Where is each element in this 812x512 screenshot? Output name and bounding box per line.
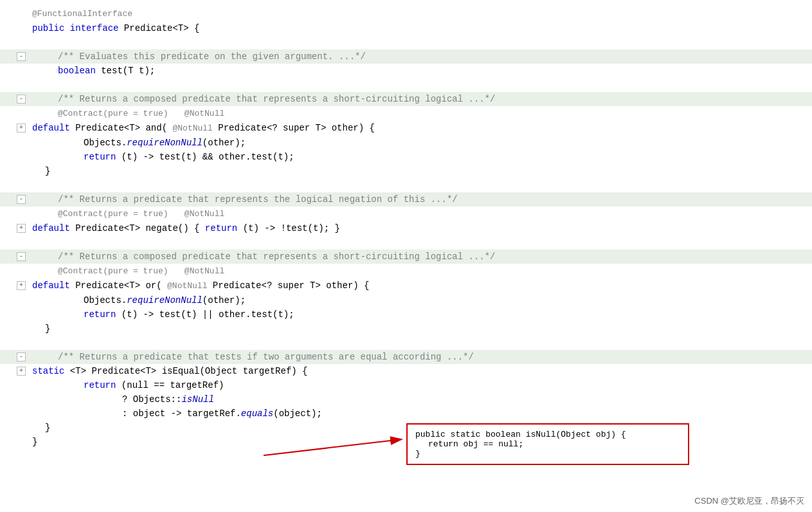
kw-return-22: return <box>84 309 116 320</box>
code-line-17 <box>0 235 812 250</box>
paren-21: (other); <box>203 295 246 306</box>
annotation-contract-15: @Contract(pure = true) <box>58 209 168 219</box>
kw-public: public <box>32 23 64 33</box>
code-line-5: boolean test(T t); <box>0 64 812 78</box>
line-content-13 <box>26 178 812 192</box>
code-line-10: Objects.requireNonNull(other); <box>0 136 812 150</box>
line-content-5: boolean test(T t); <box>26 64 812 78</box>
brace-12: } <box>45 166 50 176</box>
popup-code-box: public static boolean isNull(Object obj)… <box>406 423 689 465</box>
objects-10: Objects. <box>84 138 127 148</box>
comment-25: /** Returns a predicate that tests if tw… <box>58 352 474 362</box>
annotation-notnull-9: @NotNull <box>172 123 212 133</box>
kw-interface: interface <box>70 23 119 33</box>
line-content-3 <box>26 35 812 50</box>
equals-paren: (object); <box>273 408 322 419</box>
line-content-20: default Predicate<T> or( @NotNull Predic… <box>26 279 812 293</box>
brace-30: } <box>45 423 50 433</box>
line-content-18: /** Returns a composed predicate that re… <box>26 250 812 264</box>
fold-icon-4[interactable]: - <box>17 52 26 61</box>
code-line-11: return (t) -> test(t) && other.test(t); <box>0 150 812 164</box>
code-line-15: @Contract(pure = true) @NotNull <box>0 206 812 221</box>
comment-4: /** Evaluates this predicate on the give… <box>58 51 366 62</box>
line-content-21: Objects.requireNonNull(other); <box>26 293 812 307</box>
popup-line-2: return obj == null; <box>428 439 680 449</box>
code-line-9: + default Predicate<T> and( @NotNull Pre… <box>0 121 812 136</box>
fold-icon-9[interactable]: + <box>17 123 26 133</box>
code-line-23: } <box>0 322 812 336</box>
line-content-14: /** Returns a predicate that represents … <box>26 192 812 206</box>
or-sig: Predicate<T> or( <box>70 280 167 291</box>
isequal-sig: <T> Predicate<T> isEqual(Object targetRe… <box>64 366 307 376</box>
test-method: test(T t); <box>96 66 155 76</box>
code-line-27: return (null == targetRef) <box>0 378 812 392</box>
comment-7: /** Returns a composed predicate that re… <box>58 94 496 104</box>
negate-sig: Predicate<T> negate() { <box>70 223 205 233</box>
kw-boolean: boolean <box>58 66 96 76</box>
annotation-notnull-15: @NotNull <box>185 209 224 219</box>
fold-icon-16[interactable]: + <box>17 224 26 233</box>
kw-return-16: return <box>205 223 237 233</box>
line-content-16: default Predicate<T> negate() { return (… <box>26 221 812 235</box>
fold-icon-14[interactable]: - <box>17 195 26 204</box>
kw-static-26: static <box>32 366 64 376</box>
line-content-25: /** Returns a predicate that tests if tw… <box>26 350 812 364</box>
comment-18: /** Returns a composed predicate that re… <box>58 251 496 262</box>
line-content-22: return (t) -> test(t) || other.test(t); <box>26 307 812 322</box>
code-line-28: ? Objects::isNull <box>0 392 812 407</box>
line-content-9: default Predicate<T> and( @NotNull Predi… <box>26 121 812 136</box>
annotation-functional: @FunctionalInterface <box>32 9 132 19</box>
line-content-24 <box>26 336 812 350</box>
line-content-2: public interface Predicate<T> { <box>26 21 812 35</box>
line-content-17 <box>26 235 812 250</box>
line-content-15: @Contract(pure = true) @NotNull <box>26 206 812 221</box>
ternary-true: ? Objects:: <box>122 394 181 405</box>
fold-icon-7[interactable]: - <box>17 95 26 104</box>
negate-expr: (t) -> !test(t); } <box>237 223 340 233</box>
paren-10: (other); <box>203 138 246 148</box>
fold-icon-20[interactable]: + <box>17 281 26 290</box>
annotation-notnull-19: @NotNull <box>185 266 224 276</box>
annotation-contract-19: @Contract(pure = true) <box>58 266 168 276</box>
brace-31: } <box>32 437 37 447</box>
spacer-8 <box>168 108 185 118</box>
line-content-8: @Contract(pure = true) @NotNull <box>26 106 812 121</box>
equals-method: equals <box>241 408 273 419</box>
kw-default-20: default <box>32 280 70 291</box>
code-line-18: - /** Returns a composed predicate that … <box>0 250 812 264</box>
popup-line-3: } <box>415 449 680 459</box>
fold-icon-18[interactable]: - <box>17 252 26 261</box>
and-sig2: Predicate<? super T> other) { <box>213 123 375 133</box>
line-content-7: /** Returns a composed predicate that re… <box>26 92 812 106</box>
popup-line-1: public static boolean isNull(Object obj)… <box>415 430 680 439</box>
annotation-contract-8: @Contract(pure = true) <box>58 109 168 118</box>
objects-21: Objects. <box>84 295 127 306</box>
class-name: Predicate<T> { <box>124 23 200 33</box>
isnull-method: isNull <box>181 394 213 405</box>
line-content-6 <box>26 78 812 92</box>
kw-default-16: default <box>32 223 70 233</box>
annotation-notnull-20: @NotNull <box>167 281 207 291</box>
fold-icon-25[interactable]: - <box>17 352 26 361</box>
code-line-20: + default Predicate<T> or( @NotNull Pred… <box>0 279 812 293</box>
watermark: CSDN @艾欧尼亚，昂扬不灭 <box>694 495 804 507</box>
comment-14: /** Returns a predicate that represents … <box>58 194 458 205</box>
line-content-27: return (null == targetRef) <box>26 378 812 392</box>
line-content-28: ? Objects::isNull <box>26 392 812 407</box>
code-line-6 <box>0 78 812 92</box>
line-content-10: Objects.requireNonNull(other); <box>26 136 812 150</box>
code-line-8: @Contract(pure = true) @NotNull <box>0 106 812 121</box>
fold-icon-26[interactable]: + <box>17 367 26 376</box>
line-content-4: /** Evaluates this predicate on the give… <box>26 50 812 64</box>
code-line-2: public interface Predicate<T> { <box>0 21 812 35</box>
code-line-25: - /** Returns a predicate that tests if … <box>0 350 812 364</box>
code-line-26: + static <T> Predicate<T> isEqual(Object… <box>0 364 812 378</box>
line-content-19: @Contract(pure = true) @NotNull <box>26 264 812 279</box>
code-line-4: - /** Evaluates this predicate on the gi… <box>0 50 812 64</box>
line-content-1: @FunctionalInterface <box>26 6 812 21</box>
and-sig: Predicate<T> and( <box>70 123 173 133</box>
kw-return-27: return <box>84 380 116 390</box>
spacer-15 <box>168 208 185 219</box>
kw-default-9: default <box>32 123 70 133</box>
line-content-11: return (t) -> test(t) && other.test(t); <box>26 150 812 164</box>
